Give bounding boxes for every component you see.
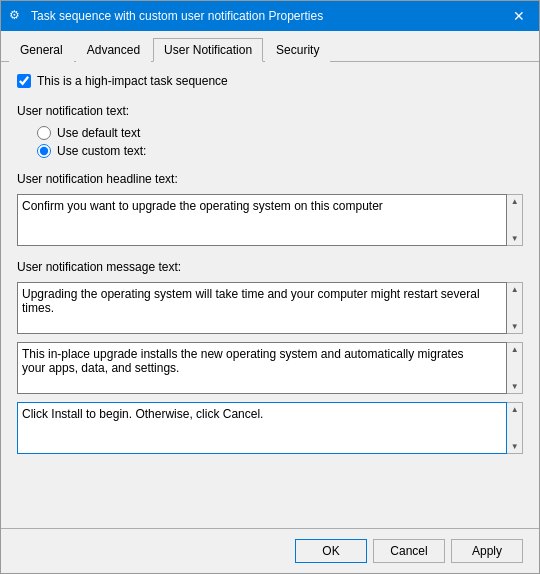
radio-custom-text-row: Use custom text:: [37, 144, 523, 158]
message-scroll-down-1[interactable]: ▼: [511, 322, 519, 331]
tab-advanced[interactable]: Advanced: [76, 38, 151, 62]
cancel-button[interactable]: Cancel: [373, 539, 445, 563]
headline-scrollbar[interactable]: ▲ ▼: [507, 194, 523, 246]
message-scroll-down-2[interactable]: ▼: [511, 382, 519, 391]
message-scroll-up-2[interactable]: ▲: [511, 345, 519, 354]
message-textarea-2[interactable]: [17, 342, 507, 394]
dialog-icon: ⚙: [9, 8, 25, 24]
headline-textarea-wrapper: ▲ ▼: [17, 194, 523, 246]
message-scrollbar-1[interactable]: ▲ ▼: [507, 282, 523, 334]
ok-button[interactable]: OK: [295, 539, 367, 563]
headline-textarea[interactable]: [17, 194, 507, 246]
message-text-label: User notification message text:: [17, 260, 523, 274]
message-textarea-1[interactable]: [17, 282, 507, 334]
message-scrollbar-2[interactable]: ▲ ▼: [507, 342, 523, 394]
radio-default-text[interactable]: [37, 126, 51, 140]
radio-group: Use default text Use custom text:: [17, 126, 523, 158]
tab-general[interactable]: General: [9, 38, 74, 62]
message-textarea-3[interactable]: [17, 402, 507, 454]
radio-default-text-label: Use default text: [57, 126, 140, 140]
radio-custom-text-label: Use custom text:: [57, 144, 146, 158]
message-textarea-wrapper-2: ▲ ▼: [17, 342, 523, 394]
headline-text-label: User notification headline text:: [17, 172, 523, 186]
message-scroll-down-3[interactable]: ▼: [511, 442, 519, 451]
message-scroll-up-3[interactable]: ▲: [511, 405, 519, 414]
close-button[interactable]: ✕: [507, 6, 531, 26]
tab-security[interactable]: Security: [265, 38, 330, 62]
tab-user-notification[interactable]: User Notification: [153, 38, 263, 62]
message-scroll-up-1[interactable]: ▲: [511, 285, 519, 294]
footer: OK Cancel Apply: [1, 528, 539, 573]
dialog: ⚙ Task sequence with custom user notific…: [0, 0, 540, 574]
title-bar: ⚙ Task sequence with custom user notific…: [1, 1, 539, 31]
radio-default-text-row: Use default text: [37, 126, 523, 140]
content-area: This is a high-impact task sequence User…: [1, 62, 539, 528]
high-impact-row: This is a high-impact task sequence: [17, 74, 523, 88]
apply-button[interactable]: Apply: [451, 539, 523, 563]
tab-bar: General Advanced User Notification Secur…: [1, 31, 539, 62]
radio-custom-text[interactable]: [37, 144, 51, 158]
title-bar-left: ⚙ Task sequence with custom user notific…: [9, 8, 323, 24]
high-impact-checkbox[interactable]: [17, 74, 31, 88]
high-impact-label: This is a high-impact task sequence: [37, 74, 228, 88]
message-textarea-wrapper-1: ▲ ▼: [17, 282, 523, 334]
headline-scroll-up[interactable]: ▲: [511, 197, 519, 206]
headline-scroll-down[interactable]: ▼: [511, 234, 519, 243]
message-textarea-wrapper-3: ▲ ▼: [17, 402, 523, 454]
title-bar-text: Task sequence with custom user notificat…: [31, 9, 323, 23]
notification-text-label: User notification text:: [17, 104, 523, 118]
message-scrollbar-3[interactable]: ▲ ▼: [507, 402, 523, 454]
